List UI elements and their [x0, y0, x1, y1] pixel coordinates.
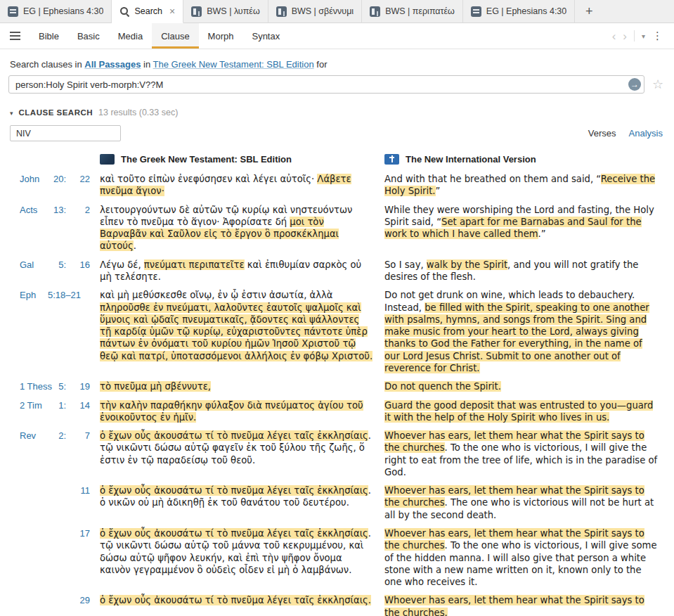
- ref-verse[interactable]: 29: [66, 594, 90, 606]
- collapse-triangle-icon[interactable]: ▾: [10, 110, 13, 117]
- ref-book[interactable]: 2 Tim: [20, 399, 48, 411]
- tab-label: EG | Ephesians 4:30: [23, 6, 103, 16]
- view-switch: Verses Analysis: [588, 128, 663, 139]
- ref-book[interactable]: John: [20, 173, 48, 185]
- search-kind-morph[interactable]: Morph: [199, 23, 243, 49]
- scope-range-link[interactable]: All Passages: [84, 59, 141, 70]
- search-query-input[interactable]: [8, 75, 644, 94]
- tab-2[interactable]: BWS | λυπέω: [183, 0, 268, 23]
- sbl-resource-icon: [100, 154, 115, 165]
- right-resource-title: The New International Version: [406, 154, 536, 165]
- ref-chapter[interactable]: 13:: [48, 204, 66, 216]
- text-span: .: [134, 240, 136, 251]
- english-text: Do not quench the Spirit.: [384, 380, 658, 392]
- tab-5[interactable]: EG | Ephesians 4:30: [463, 0, 575, 23]
- ref-verse[interactable]: 11: [66, 485, 90, 496]
- scope-resource-link[interactable]: The Greek New Testament: SBL Edition: [153, 59, 314, 70]
- ref-book[interactable]: Acts: [20, 204, 48, 216]
- ref-book[interactable]: Eph: [20, 289, 48, 301]
- tab-0[interactable]: EG | Ephesians 4:30: [0, 0, 112, 23]
- tab-4[interactable]: BWS | περιπατέω: [362, 0, 463, 23]
- ref-book[interactable]: Rev: [20, 430, 48, 442]
- result-row: 2 Tim1:14τὴν καλὴν παραθήκην φύλαξον διὰ…: [20, 399, 658, 424]
- tab-bar: EG | Ephesians 4:30Search×BWS | λυπέωBWS…: [0, 0, 674, 23]
- view-analysis-tab[interactable]: Analysis: [629, 128, 663, 139]
- run-search-button[interactable]: →: [628, 78, 641, 91]
- ref-verse[interactable]: 19: [66, 380, 90, 392]
- greek-text: λειτουργούντων δὲ αὐτῶν τῷ κυρίῳ καὶ νησ…: [100, 204, 373, 252]
- tab-label: BWS | περιπατέω: [385, 6, 455, 16]
- english-text: Do not get drunk on wine, which leads to…: [384, 289, 658, 374]
- ref-chapter[interactable]: 5:: [48, 380, 66, 392]
- ref-chapter[interactable]: 1:: [48, 399, 66, 411]
- greek-text: καὶ μὴ μεθύσκεσθε οἴνῳ, ἐν ᾧ ἐστιν ἀσωτί…: [100, 289, 373, 362]
- greek-text: ὁ ἔχων οὖς ἀκουσάτω τί τὸ πνεῦμα λέγει τ…: [100, 527, 373, 576]
- tab-strip: EG | Ephesians 4:30Search×BWS | λυπέωBWS…: [0, 0, 575, 23]
- highlight-span: πληροῦσθε ἐν πνεύματι, λαλοῦντες ἑαυτοῖς…: [100, 302, 372, 361]
- search-scope-line: Search clauses in All Passages in The Gr…: [10, 59, 664, 70]
- tab-bar-spacer: [603, 0, 674, 23]
- ref-verse[interactable]: 14: [66, 399, 90, 411]
- version-filter-input[interactable]: [10, 125, 121, 141]
- scope-suffix: for: [316, 59, 327, 70]
- english-text: And with that he breathed on them and sa…: [384, 173, 658, 198]
- ref-book[interactable]: 1 Thess: [20, 380, 48, 392]
- search-kind-media[interactable]: Media: [109, 23, 152, 49]
- english-text: Whoever has ears, let them hear what the…: [384, 430, 658, 478]
- new-tab-button[interactable]: +: [575, 0, 603, 23]
- result-row: John20:22καὶ τοῦτο εἰπὼν ἐνεφύσησεν καὶ …: [20, 173, 658, 198]
- panel-menu-button[interactable]: [0, 23, 30, 49]
- chevron-down-icon[interactable]: ▾: [642, 32, 645, 40]
- kebab-menu-icon[interactable]: ⋮: [652, 30, 663, 42]
- search-kind-syntax[interactable]: Syntax: [242, 23, 289, 49]
- ref-verse[interactable]: 22: [66, 173, 90, 185]
- view-verses-tab[interactable]: Verses: [588, 128, 616, 139]
- left-resource-header[interactable]: The Greek New Testament: SBL Edition: [100, 154, 373, 165]
- ref-verse[interactable]: 7: [66, 430, 90, 442]
- ref-chapter[interactable]: 5:18–21: [48, 289, 66, 301]
- tab-label: BWS | λυπέω: [207, 6, 259, 16]
- highlight-span: ὁ ἔχων οὖς ἀκουσάτω τί τὸ πνεῦμα λέγει τ…: [100, 528, 368, 539]
- greek-text: ὁ ἔχων οὖς ἀκουσάτω τί τὸ πνεῦμα λέγει τ…: [100, 594, 373, 606]
- text-span: So I say,: [384, 259, 427, 270]
- highlight-span: τὴν καλὴν παραθήκην φύλαξον διὰ πνεύματο…: [100, 400, 363, 423]
- word-study-icon: [191, 6, 202, 17]
- back-icon[interactable]: ‹: [612, 30, 616, 42]
- ref-verse[interactable]: 2: [66, 204, 90, 216]
- scope-middle: in: [143, 59, 150, 70]
- ref-chapter[interactable]: 2:: [48, 430, 66, 442]
- highlight-span: be filled with the Spirit, speaking to o…: [384, 302, 649, 373]
- search-kind-basic[interactable]: Basic: [68, 23, 109, 49]
- ref-verse[interactable]: 16: [66, 259, 90, 271]
- tab-label: Search: [134, 6, 162, 16]
- ref-chapter[interactable]: 20:: [48, 173, 66, 185]
- left-resource-title: The Greek New Testament: SBL Edition: [121, 154, 292, 165]
- search-kind-tabs: BibleBasicMediaClauseMorphSyntax: [30, 23, 289, 49]
- text-span: καὶ μὴ μεθύσκεσθε οἴνῳ, ἐν ᾧ ἐστιν ἀσωτί…: [100, 290, 333, 300]
- english-text: Whoever has ears, let them hear what the…: [384, 594, 658, 616]
- niv-resource-icon: [384, 154, 399, 165]
- result-row: 1 Thess5:19τὸ πνεῦμα μὴ σβέννυτε,Do not …: [20, 380, 658, 392]
- greek-text: ὁ ἔχων οὖς ἀκουσάτω τί τὸ πνεῦμα λέγει τ…: [100, 430, 373, 466]
- tab-1[interactable]: Search×: [112, 0, 183, 23]
- text-span: ”: [436, 186, 441, 196]
- result-row: 29ὁ ἔχων οὖς ἀκουσάτω τί τὸ πνεῦμα λέγει…: [20, 594, 658, 616]
- search-kind-clause[interactable]: Clause: [152, 23, 198, 49]
- ref-verse[interactable]: 17: [66, 527, 90, 539]
- tab-3[interactable]: BWS | σβέννυμι: [268, 0, 362, 23]
- search-kind-bible[interactable]: Bible: [30, 23, 68, 49]
- result-count: 13 results (0.33 sec): [98, 108, 178, 117]
- forward-icon[interactable]: ›: [623, 30, 627, 42]
- ref-book[interactable]: Gal: [20, 259, 48, 271]
- close-tab-icon[interactable]: ×: [169, 6, 175, 16]
- search-toolbar: BibleBasicMediaClauseMorphSyntax ‹ › ▾ ⋮: [0, 23, 674, 49]
- favorite-star-icon[interactable]: ☆: [649, 77, 667, 92]
- highlight-span: ὁ ἔχων οὖς ἀκουσάτω τί τὸ πνεῦμα λέγει τ…: [100, 485, 368, 496]
- highlight-span: Whoever has ears, let them hear what the…: [384, 595, 644, 616]
- greek-text: Λέγω δέ, πνεύματι περιπατεῖτε καὶ ἐπιθυμ…: [100, 259, 373, 283]
- search-row: → ☆: [8, 75, 667, 94]
- word-study-icon: [370, 6, 380, 17]
- ref-chapter[interactable]: 5:: [48, 259, 66, 271]
- greek-text: τὸ πνεῦμα μὴ σβέννυτε,: [100, 380, 373, 392]
- right-resource-header[interactable]: The New International Version: [384, 154, 658, 165]
